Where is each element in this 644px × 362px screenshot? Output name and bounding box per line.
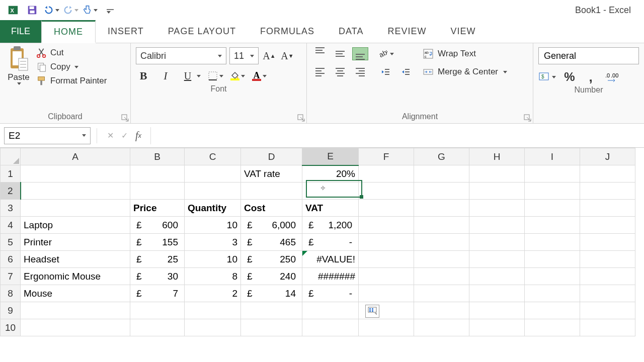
row-header-9[interactable]: 9 — [1, 302, 21, 319]
cell-C9[interactable] — [185, 302, 241, 319]
cell-empty[interactable] — [359, 319, 414, 336]
cell-empty[interactable] — [359, 285, 414, 302]
cut-button[interactable]: Cut — [36, 47, 107, 58]
cell-empty[interactable] — [525, 183, 580, 200]
col-header-J[interactable]: J — [580, 148, 635, 165]
cell-empty[interactable] — [359, 268, 414, 285]
cell-E3[interactable]: VAT — [302, 200, 359, 217]
touch-mode-button[interactable] — [82, 2, 98, 18]
name-box[interactable]: E2 — [4, 127, 91, 144]
increase-indent-button[interactable] — [397, 65, 414, 78]
number-format-combo[interactable]: General — [538, 47, 639, 64]
alignment-launcher-icon[interactable] — [524, 114, 532, 122]
save-button[interactable] — [24, 2, 40, 18]
insert-function-button[interactable]: fx — [131, 129, 145, 143]
cell-D4[interactable]: £6,000 — [241, 217, 302, 234]
cell-empty[interactable] — [580, 268, 635, 285]
cell-B7[interactable]: £30 — [130, 268, 185, 285]
row-header-6[interactable]: 6 — [1, 251, 21, 268]
cell-C5[interactable]: 3 — [185, 234, 241, 251]
col-header-F[interactable]: F — [359, 148, 414, 165]
fill-color-button[interactable] — [230, 71, 245, 80]
tab-insert[interactable]: INSERT — [96, 20, 156, 43]
cancel-formula-button[interactable]: ✕ — [103, 129, 117, 143]
cell-C7[interactable]: 8 — [185, 268, 241, 285]
col-header-E[interactable]: E — [302, 148, 359, 165]
tab-data[interactable]: DATA — [327, 20, 375, 43]
row-header-4[interactable]: 4 — [1, 217, 21, 234]
cell-empty[interactable] — [525, 302, 580, 319]
cell-empty[interactable] — [580, 319, 635, 336]
decrease-indent-button[interactable] — [377, 65, 393, 78]
cell-A8[interactable]: Mouse — [21, 285, 130, 302]
accounting-format-button[interactable]: $ — [538, 71, 556, 82]
cell-empty[interactable] — [525, 251, 580, 268]
cell-D2[interactable] — [241, 183, 302, 200]
cell-D10[interactable] — [241, 319, 302, 336]
align-center-button[interactable] — [332, 65, 348, 78]
wrap-text-button[interactable]: abc Wrap Text — [423, 48, 507, 59]
cell-B4[interactable]: £600 — [130, 217, 185, 234]
worksheet-grid[interactable]: A B C D E F G H I J 1VAT rate20%23PriceQ… — [0, 148, 644, 349]
cell-empty[interactable] — [469, 285, 525, 302]
cell-empty[interactable] — [469, 268, 525, 285]
percent-button[interactable]: % — [562, 69, 577, 84]
cell-empty[interactable] — [469, 165, 525, 183]
cell-empty[interactable] — [414, 183, 469, 200]
tab-page-layout[interactable]: PAGE LAYOUT — [156, 20, 248, 43]
align-left-button[interactable] — [312, 65, 328, 78]
increase-decimal-button[interactable]: .0.00 — [604, 69, 619, 84]
tab-review[interactable]: REVIEW — [375, 20, 438, 43]
cell-empty[interactable] — [414, 285, 469, 302]
cell-empty[interactable] — [580, 302, 635, 319]
cell-D9[interactable] — [241, 302, 302, 319]
cell-A4[interactable]: Laptop — [21, 217, 130, 234]
cell-E8[interactable]: £- — [302, 285, 359, 302]
font-color-button[interactable]: A — [252, 71, 267, 81]
align-top-button[interactable] — [312, 47, 328, 60]
select-all-corner[interactable] — [1, 148, 21, 165]
underline-button[interactable]: U — [180, 68, 201, 83]
cell-empty[interactable] — [414, 319, 469, 336]
cell-empty[interactable] — [359, 183, 414, 200]
cell-C8[interactable]: 2 — [185, 285, 241, 302]
cell-C10[interactable] — [185, 319, 241, 336]
cell-B9[interactable] — [130, 302, 185, 319]
cell-E6[interactable]: #VALUE! — [302, 251, 359, 268]
format-painter-button[interactable]: Format Painter — [36, 75, 107, 86]
qat-customize-button[interactable] — [101, 2, 117, 18]
row-header-5[interactable]: 5 — [1, 234, 21, 251]
cell-B8[interactable]: £7 — [130, 285, 185, 302]
border-button[interactable] — [208, 71, 223, 81]
tab-file[interactable]: FILE — [0, 20, 41, 43]
font-size-combo[interactable]: 11 — [229, 47, 259, 64]
col-header-D[interactable]: D — [241, 148, 302, 165]
undo-button[interactable] — [43, 2, 59, 18]
align-middle-button[interactable] — [332, 47, 348, 60]
cell-C3[interactable]: Quantity — [185, 200, 241, 217]
cell-empty[interactable] — [525, 200, 580, 217]
font-name-combo[interactable]: Calibri — [136, 47, 226, 64]
cell-B5[interactable]: £155 — [130, 234, 185, 251]
row-header-7[interactable]: 7 — [1, 268, 21, 285]
cell-E9[interactable] — [302, 302, 359, 319]
cell-B10[interactable] — [130, 319, 185, 336]
paste-button[interactable]: Paste — [5, 45, 32, 85]
row-header-8[interactable]: 8 — [1, 285, 21, 302]
cell-A2[interactable] — [21, 183, 130, 200]
cell-empty[interactable] — [469, 234, 525, 251]
row-header-3[interactable]: 3 — [1, 200, 21, 217]
copy-button[interactable]: Copy — [36, 61, 107, 72]
clipboard-launcher-icon[interactable] — [121, 114, 129, 122]
cell-empty[interactable] — [469, 217, 525, 234]
cell-empty[interactable] — [414, 302, 469, 319]
cell-A1[interactable] — [21, 165, 130, 183]
cell-E4[interactable]: £1,200 — [302, 217, 359, 234]
comma-button[interactable]: , — [583, 69, 598, 84]
cell-A10[interactable] — [21, 319, 130, 336]
cell-empty[interactable] — [359, 234, 414, 251]
cell-D6[interactable]: £250 — [241, 251, 302, 268]
cell-empty[interactable] — [469, 200, 525, 217]
tab-home[interactable]: HOME — [41, 20, 96, 43]
align-bottom-button[interactable] — [352, 47, 368, 60]
